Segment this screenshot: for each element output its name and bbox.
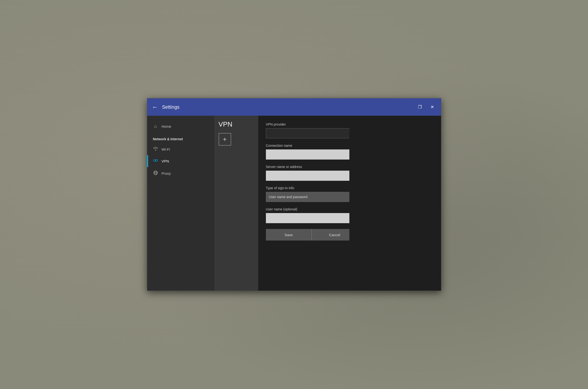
sidebar-section-label: Network & Internet xyxy=(147,132,215,143)
cancel-button[interactable]: Cancel xyxy=(312,229,349,241)
sidebar-wifi-label: Wi-Fi xyxy=(162,147,170,151)
vpn-provider-label: VPN provider xyxy=(266,123,342,126)
home-icon: ⌂ xyxy=(153,124,158,129)
username-input[interactable] xyxy=(266,213,349,223)
add-vpn-button[interactable]: + xyxy=(219,133,231,146)
sign-in-select-wrapper: User name and password xyxy=(266,192,349,202)
vpn-heading: VPN xyxy=(219,121,254,128)
sidebar-item-home[interactable]: ⌂ Home xyxy=(147,121,215,132)
vpn-list-panel: VPN + xyxy=(215,116,258,291)
window-title: Settings xyxy=(162,104,416,110)
server-name-label: Server name or address xyxy=(266,165,342,169)
sidebar-proxy-label: Proxy xyxy=(162,171,171,175)
vpn-provider-select[interactable] xyxy=(266,128,349,138)
server-name-input[interactable] xyxy=(266,171,349,181)
sidebar-item-vpn[interactable]: VPN xyxy=(147,155,215,167)
vpn-provider-group: VPN provider xyxy=(266,123,342,138)
sidebar-item-wifi[interactable]: Wi-Fi xyxy=(147,143,215,155)
sidebar-vpn-label: VPN xyxy=(162,159,169,163)
username-group: User name (optional) xyxy=(266,207,342,223)
vpn-icon xyxy=(153,159,158,164)
username-label: User name (optional) xyxy=(266,207,342,211)
sidebar-home-label: Home xyxy=(162,124,171,129)
back-button[interactable]: ← xyxy=(152,103,158,111)
connection-name-input[interactable] xyxy=(266,149,349,160)
vpn-form-panel: VPN provider Connection name Server name… xyxy=(258,116,349,291)
save-button[interactable]: Save xyxy=(266,229,312,241)
close-button[interactable]: ✕ xyxy=(429,103,436,111)
sidebar-item-proxy[interactable]: Proxy xyxy=(147,167,215,180)
right-spacer-panel xyxy=(349,116,441,291)
sign-in-type-label: Type of sign-in info xyxy=(266,186,342,190)
sign-in-type-group: Type of sign-in info User name and passw… xyxy=(266,186,342,202)
svg-point-1 xyxy=(156,160,158,162)
main-content: ⌂ Home Network & Internet Wi-Fi xyxy=(147,116,441,291)
window-controls: ❐ ✕ xyxy=(416,103,436,111)
vpn-provider-select-wrapper xyxy=(266,128,349,138)
sign-in-type-select[interactable]: User name and password xyxy=(266,192,349,202)
form-button-row: Save Cancel xyxy=(266,229,349,241)
settings-window: ← Settings ❐ ✕ ⌂ Home Network & Internet xyxy=(147,98,441,291)
sidebar: ⌂ Home Network & Internet Wi-Fi xyxy=(147,116,215,291)
proxy-icon xyxy=(153,170,158,176)
connection-name-label: Connection name xyxy=(266,144,342,148)
titlebar: ← Settings ❐ ✕ xyxy=(147,98,441,116)
connection-name-group: Connection name xyxy=(266,144,342,160)
restore-button[interactable]: ❐ xyxy=(416,103,424,111)
server-name-group: Server name or address xyxy=(266,165,342,181)
svg-point-0 xyxy=(153,160,155,162)
wifi-icon xyxy=(153,147,158,152)
